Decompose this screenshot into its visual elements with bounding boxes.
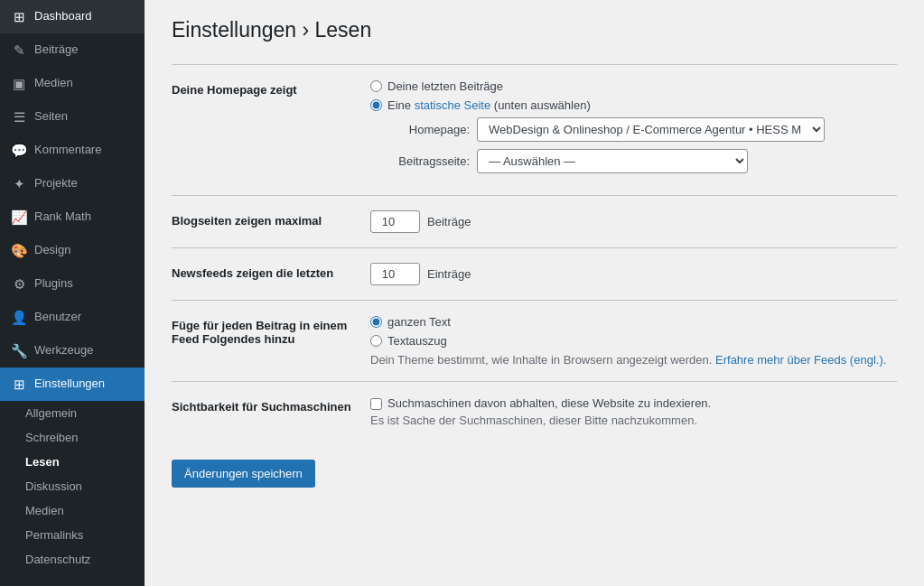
blogseiten-control: Beiträge bbox=[370, 210, 897, 233]
sidebar-item-label: Dashboard bbox=[34, 8, 92, 24]
sichtbarkeit-label: Sichtbarkeit für Suchmaschinen bbox=[172, 396, 370, 414]
projekte-icon: ✦ bbox=[11, 174, 27, 193]
blogseiten-input[interactable] bbox=[370, 210, 420, 233]
blogseiten-label: Blogseiten zeigen maximal bbox=[172, 210, 370, 228]
sidebar-submenu: Allgemein Schreiben Lesen Diskussion Med… bbox=[0, 401, 145, 572]
feed-label: Füge für jeden Beitrag in einem Feed Fol… bbox=[172, 315, 370, 346]
submenu-datenschutz[interactable]: Datenschutz bbox=[0, 547, 145, 572]
newsfeeds-control: Einträge bbox=[370, 263, 897, 285]
beitragsseite-select-label: Beitragsseite: bbox=[388, 154, 470, 168]
page-title: Einstellungen › Lesen bbox=[172, 18, 897, 42]
main-content: Einstellungen › Lesen Deine Homepage zei… bbox=[145, 0, 924, 586]
sidebar-item-label: Werkzeuge bbox=[34, 342, 94, 358]
rankmath-icon: 📈 bbox=[11, 208, 27, 227]
submenu-medien[interactable]: Medien bbox=[0, 498, 145, 523]
radio-full-text[interactable] bbox=[370, 316, 382, 328]
design-icon: 🎨 bbox=[11, 241, 27, 260]
blogseiten-number-row: Beiträge bbox=[370, 210, 897, 233]
sidebar-item-label: Medien bbox=[34, 75, 73, 91]
submenu-permalinks[interactable]: Permalinks bbox=[0, 523, 145, 547]
sidebar-item-projekte[interactable]: ✦ Projekte bbox=[0, 167, 145, 200]
save-section: Änderungen speichern bbox=[172, 460, 897, 488]
radio-latest-posts[interactable] bbox=[370, 80, 382, 92]
submenu-diskussion[interactable]: Diskussion bbox=[0, 474, 145, 498]
medien-icon: ▣ bbox=[11, 74, 27, 93]
newsfeeds-input[interactable] bbox=[370, 263, 420, 285]
radio-option-fulltext: ganzen Text bbox=[370, 315, 897, 329]
option2-prefix: Eine bbox=[387, 98, 415, 112]
submenu-schreiben[interactable]: Schreiben bbox=[0, 425, 145, 450]
beitragsseite-select[interactable]: — Auswählen — bbox=[477, 149, 748, 173]
radio-full-label: ganzen Text bbox=[387, 315, 451, 329]
feed-control: ganzen Text Textauszug Dein Theme bestim… bbox=[370, 315, 897, 367]
seiten-icon: ☰ bbox=[11, 107, 27, 126]
sidebar-item-werkzeuge[interactable]: 🔧 Werkzeuge bbox=[0, 334, 145, 367]
einstellungen-icon: ⊞ bbox=[11, 375, 27, 394]
sidebar-item-label: Kommentare bbox=[34, 142, 101, 158]
sidebar-item-einstellungen[interactable]: ⊞ Einstellungen bbox=[0, 367, 145, 401]
sidebar-item-label: Plugins bbox=[34, 275, 73, 292]
homepage-select-row: Homepage: WebDesign & Onlineshop / E-Com… bbox=[388, 117, 897, 142]
sidebar-item-medien[interactable]: ▣ Medien bbox=[0, 67, 145, 100]
feed-label-line1: Füge für jeden Beitrag in einem bbox=[172, 319, 347, 332]
radio-static-label: Eine statische Seite (unten auswählen) bbox=[387, 98, 591, 112]
radio-option-static: Eine statische Seite (unten auswählen) bbox=[370, 98, 897, 112]
sidebar-item-label: Design bbox=[34, 242, 70, 258]
sidebar-item-beitraege[interactable]: ✎ Beiträge bbox=[0, 33, 145, 67]
radio-static-page[interactable] bbox=[370, 99, 382, 111]
settings-row-homepage: Deine Homepage zeigt Deine letzten Beitr… bbox=[172, 64, 897, 195]
sichtbarkeit-checkbox[interactable] bbox=[370, 398, 382, 410]
sichtbarkeit-description: Es ist Sache der Suchmaschinen, dieser B… bbox=[370, 414, 897, 427]
sichtbarkeit-checkbox-row: Suchmaschinen davon abhalten, diese Webs… bbox=[370, 396, 897, 410]
beitragsseite-select-row: Beitragsseite: — Auswählen — bbox=[388, 149, 897, 173]
radio-option-latest: Deine letzten Beiträge bbox=[370, 79, 897, 93]
sidebar-item-label: Seiten bbox=[34, 108, 68, 125]
benutzer-icon: 👤 bbox=[11, 308, 27, 327]
sidebar-item-seiten[interactable]: ☰ Seiten bbox=[0, 100, 145, 134]
werkzeuge-icon: 🔧 bbox=[11, 341, 27, 360]
newsfeeds-suffix: Einträge bbox=[427, 267, 471, 281]
settings-row-feed: Füge für jeden Beitrag in einem Feed Fol… bbox=[172, 300, 897, 381]
sidebar-item-label: Benutzer bbox=[34, 309, 81, 325]
settings-row-sichtbarkeit: Sichtbarkeit für Suchmaschinen Suchmasch… bbox=[172, 381, 897, 442]
radio-latest-label: Deine letzten Beiträge bbox=[387, 79, 503, 93]
option2-suffix: (unten auswählen) bbox=[490, 98, 591, 112]
beitraege-icon: ✎ bbox=[11, 41, 27, 60]
sidebar-item-label: Einstellungen bbox=[34, 376, 105, 392]
kommentare-icon: 💬 bbox=[11, 141, 27, 160]
plugins-icon: ⚙ bbox=[11, 274, 27, 293]
submenu-lesen[interactable]: Lesen bbox=[0, 450, 145, 474]
newsfeeds-label: Newsfeeds zeigen die letzten bbox=[172, 263, 370, 280]
sidebar-item-rankmath[interactable]: 📈 Rank Math bbox=[0, 200, 145, 234]
newsfeeds-number-row: Einträge bbox=[370, 263, 897, 285]
feed-description-text: Dein Theme bestimmt, wie Inhalte in Brow… bbox=[370, 353, 715, 367]
homepage-select[interactable]: WebDesign & Onlineshop / E-Commerce Agen… bbox=[477, 117, 825, 142]
homepage-label: Deine Homepage zeigt bbox=[172, 79, 370, 97]
sichtbarkeit-checkbox-label: Suchmaschinen davon abhalten, diese Webs… bbox=[387, 396, 711, 410]
blogseiten-suffix: Beiträge bbox=[427, 215, 471, 228]
sichtbarkeit-control: Suchmaschinen davon abhalten, diese Webs… bbox=[370, 396, 897, 427]
sidebar-item-label: Beiträge bbox=[34, 42, 78, 58]
sidebar-item-label: Rank Math bbox=[34, 209, 91, 225]
sidebar-item-benutzer[interactable]: 👤 Benutzer bbox=[0, 301, 145, 334]
radio-auszug-label: Textauszug bbox=[387, 334, 447, 348]
sidebar-item-dashboard[interactable]: ⊞ Dashboard bbox=[0, 0, 145, 33]
submenu-allgemein[interactable]: Allgemein bbox=[0, 401, 145, 425]
feed-label-line2: Feed Folgendes hinzu bbox=[172, 332, 295, 346]
settings-row-blogseiten: Blogseiten zeigen maximal Beiträge bbox=[172, 195, 897, 247]
settings-row-newsfeeds: Newsfeeds zeigen die letzten Einträge bbox=[172, 247, 897, 300]
homepage-select-label: Homepage: bbox=[388, 123, 470, 136]
radio-auszug[interactable] bbox=[370, 335, 382, 347]
sidebar-item-kommentare[interactable]: 💬 Kommentare bbox=[0, 134, 145, 167]
static-page-link[interactable]: statische Seite bbox=[415, 98, 491, 112]
sidebar: ⊞ Dashboard ✎ Beiträge ▣ Medien ☰ Seiten… bbox=[0, 0, 145, 586]
save-button[interactable]: Änderungen speichern bbox=[172, 460, 315, 488]
sidebar-item-plugins[interactable]: ⚙ Plugins bbox=[0, 267, 145, 301]
homepage-control: Deine letzten Beiträge Eine statische Se… bbox=[370, 79, 897, 181]
feed-description: Dein Theme bestimmt, wie Inhalte in Brow… bbox=[370, 353, 897, 367]
radio-option-auszug: Textauszug bbox=[370, 334, 897, 348]
sidebar-item-label: Projekte bbox=[34, 175, 78, 191]
sidebar-item-design[interactable]: 🎨 Design bbox=[0, 234, 145, 267]
feed-link[interactable]: Erfahre mehr über Feeds (engl.). bbox=[715, 353, 886, 367]
dashboard-icon: ⊞ bbox=[11, 7, 27, 26]
